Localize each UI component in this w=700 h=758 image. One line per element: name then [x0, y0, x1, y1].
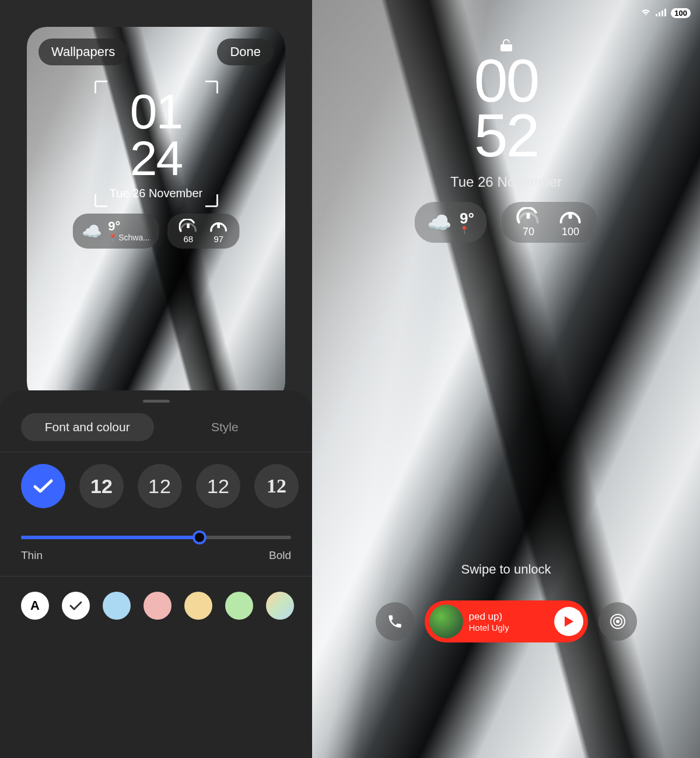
weather-widget[interactable]: ☁️ 9° 📍 — [414, 202, 487, 243]
cloud-icon: ☁️ — [82, 222, 102, 241]
location-pin-icon: 📍 — [108, 233, 117, 242]
lock-clock: 0052 — [474, 54, 538, 163]
weather-temp: 9° — [460, 211, 474, 226]
color-yellow[interactable] — [184, 592, 212, 620]
target-icon — [609, 613, 626, 630]
media-artist: Hotel Ugly — [469, 623, 548, 633]
weight-label-thin: Thin — [21, 549, 43, 562]
battery-rings-widget[interactable]: 70 100 — [501, 202, 598, 243]
font-options-row: 12 12 12 12 — [0, 464, 312, 508]
color-blue[interactable] — [103, 592, 131, 620]
cloud-icon: ☁️ — [427, 211, 452, 234]
sheet-grip[interactable] — [143, 400, 170, 403]
check-icon — [33, 478, 54, 494]
svg-rect-6 — [527, 213, 530, 219]
camera-shortcut[interactable] — [598, 602, 637, 641]
tab-font-colour[interactable]: Font and colour — [21, 413, 154, 441]
lockscreen-panel: 100 0052 Tue 26 November ☁️ 9° 📍 70 — [312, 0, 700, 758]
done-button[interactable]: Done — [217, 39, 274, 65]
watch-ring-icon — [179, 219, 198, 233]
weather-widget[interactable]: ☁️ 9° 📍Schwa... — [72, 214, 159, 249]
font-option-2[interactable]: 12 — [79, 464, 124, 508]
font-option-5[interactable]: 12 — [254, 464, 299, 508]
color-pink[interactable] — [144, 592, 172, 620]
font-option-3[interactable]: 12 — [138, 464, 182, 508]
weather-location: Schwa... — [118, 233, 150, 242]
battery-indicator: 100 — [671, 8, 691, 18]
media-title: ped up) — [469, 611, 548, 623]
watch-battery-value: 70 — [523, 226, 534, 238]
svg-rect-7 — [569, 212, 572, 219]
wallpapers-button[interactable]: Wallpapers — [38, 39, 128, 65]
svg-rect-5 — [664, 9, 666, 16]
play-button[interactable] — [554, 607, 583, 636]
font-weight-slider[interactable] — [21, 532, 291, 543]
album-art — [429, 605, 463, 638]
phone-shortcut[interactable] — [376, 602, 414, 641]
phone-ring-icon — [209, 219, 228, 233]
font-option-1[interactable] — [21, 464, 65, 508]
svg-point-10 — [617, 620, 619, 623]
wifi-icon — [640, 8, 651, 18]
color-white[interactable] — [62, 592, 90, 620]
weight-label-bold: Bold — [269, 549, 291, 562]
color-auto[interactable]: A — [21, 592, 49, 620]
tab-style[interactable]: Style — [159, 413, 292, 441]
phone-icon — [387, 613, 403, 630]
lock-date: Tue 26 November — [312, 174, 700, 190]
clock-widget-frame[interactable]: 0124 Tue 26 November — [98, 84, 215, 204]
svg-rect-3 — [659, 12, 660, 16]
watch-battery-value: 68 — [184, 234, 194, 244]
phone-ring-icon — [558, 207, 583, 225]
swipe-to-unlock[interactable]: Swipe to unlock — [312, 562, 700, 577]
font-color-sheet: Font and colour Style 12 12 12 12 Thin B… — [0, 390, 312, 758]
phone-battery-value: 100 — [562, 226, 579, 238]
color-green[interactable] — [225, 592, 253, 620]
color-swatch-row: A — [0, 592, 312, 620]
svg-rect-2 — [656, 14, 657, 16]
weather-temp: 9° — [108, 220, 150, 233]
font-option-4[interactable]: 12 — [196, 464, 240, 508]
phone-battery-value: 97 — [214, 234, 224, 244]
lockscreen-preview[interactable]: Wallpapers Done 0124 Tue 26 November ☁️ … — [27, 27, 285, 402]
media-player-pill[interactable]: ped up) Hotel Ugly — [425, 600, 588, 642]
watch-ring-icon — [516, 207, 541, 225]
svg-rect-1 — [217, 222, 220, 228]
play-icon — [563, 615, 575, 628]
clock-date: Tue 26 November — [98, 187, 215, 204]
svg-rect-4 — [662, 11, 663, 16]
slider-thumb[interactable] — [192, 530, 206, 544]
battery-rings-widget[interactable]: 68 97 — [167, 214, 240, 249]
location-pin-icon: 📍 — [460, 226, 469, 235]
signal-icon — [656, 8, 666, 18]
status-bar: 100 — [640, 8, 691, 18]
svg-rect-0 — [187, 223, 190, 228]
check-icon — [69, 600, 83, 612]
editor-panel: Wallpapers Done 0124 Tue 26 November ☁️ … — [0, 0, 312, 758]
clock-time: 0124 — [98, 84, 215, 182]
color-gradient[interactable] — [266, 592, 294, 620]
